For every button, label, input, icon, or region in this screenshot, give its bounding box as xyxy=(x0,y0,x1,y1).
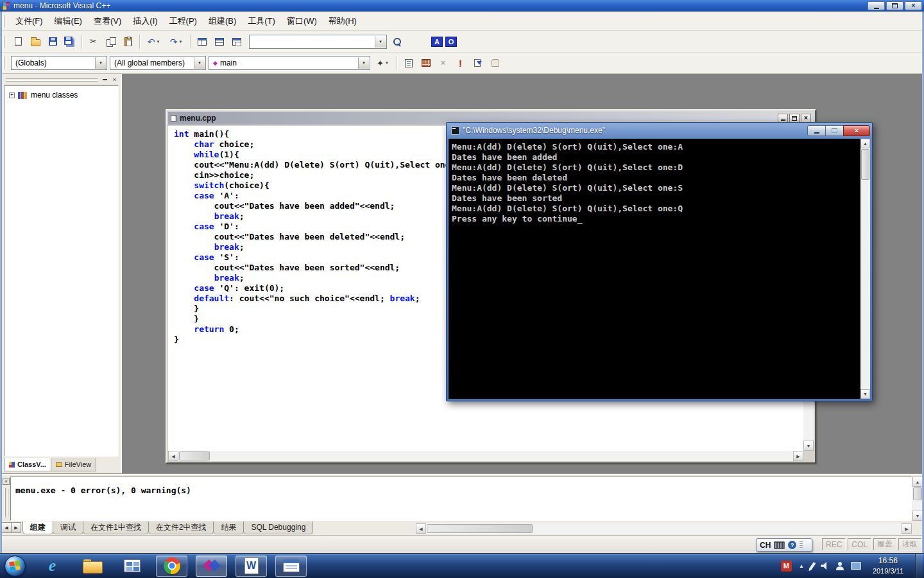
output-tab-4[interactable]: 结果 xyxy=(213,521,244,534)
ime-grip[interactable] xyxy=(800,541,803,548)
open-file-button[interactable] xyxy=(28,34,44,49)
console-close-button[interactable]: × xyxy=(843,125,870,136)
app-minimize-button[interactable] xyxy=(868,1,885,10)
save-button[interactable] xyxy=(45,34,61,49)
volume-icon[interactable] xyxy=(821,562,829,570)
console-vertical-scrollbar[interactable]: ▲ ▼ xyxy=(860,139,870,399)
workspace-toggle-button[interactable] xyxy=(194,34,210,49)
panel-grip[interactable] xyxy=(6,78,98,82)
combo-dropdown-button[interactable]: ▼ xyxy=(194,57,205,69)
show-desktop-button[interactable] xyxy=(915,554,923,578)
workspace-close-button[interactable]: × xyxy=(110,76,119,83)
editor-close-button[interactable]: × xyxy=(801,114,811,123)
pen-icon[interactable] xyxy=(809,562,816,570)
taskbar-internet-explorer[interactable]: e xyxy=(37,556,68,577)
combo-dropdown-button[interactable]: ▼ xyxy=(358,57,369,69)
menu-item-0[interactable]: 文件(F) xyxy=(10,12,49,30)
tab-scroll-right-button[interactable]: ▶ xyxy=(11,522,21,533)
scroll-left-button[interactable]: ◀ xyxy=(416,523,426,534)
tree-item-menu-classes[interactable]: + menu classes xyxy=(4,86,118,100)
console-maximize-button[interactable] xyxy=(825,125,844,136)
taskbar-file-explorer[interactable] xyxy=(76,556,108,577)
combo-dropdown-button[interactable]: ▼ xyxy=(375,36,386,48)
scroll-up-button[interactable]: ▲ xyxy=(912,477,923,487)
combo-dropdown-button[interactable]: ▼ xyxy=(95,57,106,69)
wizardbar-actions-button[interactable]: ✦▼ xyxy=(372,55,393,71)
new-file-button[interactable] xyxy=(10,34,26,49)
menu-item-4[interactable]: 工程(P) xyxy=(164,12,203,30)
menu-item-8[interactable]: 帮助(H) xyxy=(323,12,363,30)
editor-minimize-button[interactable] xyxy=(778,114,788,123)
stop-build-button[interactable]: × xyxy=(435,55,451,71)
members-combobox[interactable]: (All global members) ▼ xyxy=(110,56,206,70)
menubar-grip[interactable] xyxy=(3,15,6,28)
find-combobox[interactable]: ▼ xyxy=(249,35,387,49)
redo-button[interactable]: ↷▼ xyxy=(166,34,187,49)
toolbar-grip[interactable] xyxy=(3,57,6,69)
console-titlebar[interactable]: "C:\Windows\system32\Debug\menu.exe" × xyxy=(449,123,870,138)
menu-item-6[interactable]: 工具(T) xyxy=(242,12,281,30)
taskbar-app-7[interactable] xyxy=(275,556,307,577)
build-button[interactable] xyxy=(418,55,434,71)
output-vertical-scrollbar[interactable]: ▲ ▼ xyxy=(912,477,923,521)
menu-item-1[interactable]: 编辑(E) xyxy=(49,12,88,30)
scroll-right-button[interactable]: ▶ xyxy=(902,523,912,534)
output-horizontal-scrollbar[interactable]: ◀ ▶ xyxy=(416,523,912,534)
function-combobox[interactable]: ◆ main ▼ xyxy=(209,56,370,70)
copy-button[interactable] xyxy=(103,34,119,49)
taskbar-app-3[interactable] xyxy=(116,556,148,577)
app-titlebar[interactable]: menu - Microsoft Visual C++ × xyxy=(0,0,924,12)
app-close-button[interactable]: × xyxy=(905,1,922,10)
workspace-tab-classview[interactable]: ClassV... xyxy=(4,458,51,471)
menu-item-7[interactable]: 窗口(W) xyxy=(281,12,323,30)
search-in-files-button[interactable] xyxy=(389,34,405,49)
compile-button[interactable] xyxy=(400,55,416,71)
workspace-minimize-button[interactable] xyxy=(101,76,109,83)
scroll-left-button[interactable]: ◀ xyxy=(168,451,178,461)
output-tab-2[interactable]: 在文件1中查找 xyxy=(83,521,149,534)
hidden-icons-button[interactable]: ▲ xyxy=(799,563,804,569)
output-tab-1[interactable]: 调试 xyxy=(53,521,83,534)
tab-scroll-left-button[interactable]: ◀ xyxy=(1,522,12,533)
cut-button[interactable]: ✂ xyxy=(85,34,101,49)
console-minimize-button[interactable] xyxy=(807,125,826,136)
go-debug-button[interactable] xyxy=(470,55,486,71)
scroll-down-button[interactable]: ▼ xyxy=(803,441,814,451)
editor-maximize-button[interactable] xyxy=(789,114,800,123)
execute-program-button[interactable]: ! xyxy=(452,55,468,71)
output-tab-3[interactable]: 在文件2中查找 xyxy=(148,521,214,534)
contacts-icon[interactable] xyxy=(836,562,844,570)
menu-item-3[interactable]: 插入(I) xyxy=(127,12,163,30)
help-icon[interactable]: ? xyxy=(788,541,796,549)
undo-button[interactable]: ↶▼ xyxy=(143,34,164,49)
app-maximize-button[interactable] xyxy=(886,1,903,10)
scrollbar-thumb[interactable] xyxy=(179,451,210,460)
globals-combobox[interactable]: (Globals) ▼ xyxy=(11,56,107,70)
scroll-down-button[interactable]: ▼ xyxy=(860,389,870,399)
ime-language-bar[interactable]: CH ? xyxy=(756,538,812,552)
start-button[interactable] xyxy=(1,554,28,578)
scrollbar-thumb[interactable] xyxy=(861,149,869,180)
scroll-down-button[interactable]: ▼ xyxy=(912,511,923,521)
taskbar-visual-cpp[interactable] xyxy=(196,556,227,577)
output-tab-0[interactable]: 组建 xyxy=(22,521,53,534)
output-toggle-button[interactable] xyxy=(211,34,227,49)
paste-button[interactable] xyxy=(120,34,136,49)
taskbar-clock[interactable]: 16:56 2019/3/11 xyxy=(873,556,903,575)
display-icon[interactable] xyxy=(851,562,861,570)
activex-a-button[interactable]: A xyxy=(431,37,443,47)
build-output[interactable]: menu.exe - 0 error(s), 0 warning(s) xyxy=(10,477,912,521)
insert-breakpoint-button[interactable] xyxy=(487,55,503,71)
window-list-button[interactable] xyxy=(228,34,244,49)
toolbar-grip[interactable] xyxy=(3,35,6,48)
taskbar-word[interactable]: W xyxy=(235,556,267,577)
scroll-right-button[interactable]: ▶ xyxy=(793,451,803,461)
output-close-button[interactable]: × xyxy=(3,478,10,485)
menu-item-2[interactable]: 查看(V) xyxy=(88,12,127,30)
editor-horizontal-scrollbar[interactable]: ◀ ▶ xyxy=(168,451,803,461)
tray-m-app-icon[interactable]: M xyxy=(781,561,792,572)
keyboard-icon[interactable] xyxy=(774,541,785,549)
scrollbar-thumb[interactable] xyxy=(427,524,533,533)
ime-language-label[interactable]: CH xyxy=(760,541,771,550)
menu-item-5[interactable]: 组建(B) xyxy=(203,12,242,30)
